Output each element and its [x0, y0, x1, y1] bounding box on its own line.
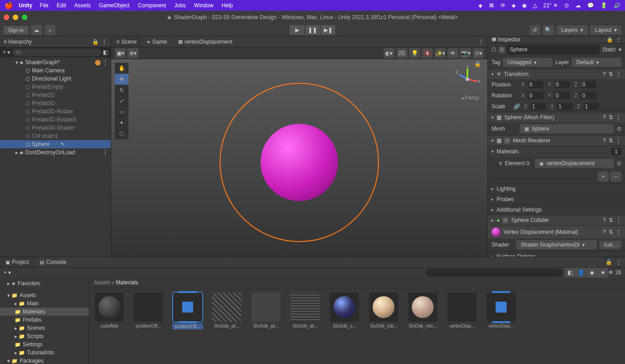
menu-icon[interactable]: ⋮	[616, 137, 621, 144]
asset-item[interactable]: cubeMat	[94, 293, 125, 329]
folder-main[interactable]: ▸ 📁 Main	[0, 299, 89, 308]
layout-dropdown[interactable]: Layout ▾	[590, 25, 621, 35]
hierarchy-item-sphere[interactable]: ⬡ Sphere↖	[0, 140, 111, 148]
draw-mode-icon[interactable]: ◐▾	[384, 48, 394, 58]
panel-menu-icon[interactable]: ⋮	[616, 259, 621, 265]
shading-mode-dropdown[interactable]: ▣▾	[115, 48, 126, 58]
tab-console[interactable]: ▤ Console	[34, 257, 72, 267]
item-menu-icon[interactable]: ⋮	[102, 149, 108, 156]
play-button[interactable]: ▶	[290, 25, 304, 35]
asset-item[interactable]: StvDdk_c...	[329, 293, 360, 329]
save-search-icon[interactable]: ◆	[586, 268, 597, 278]
add-icon[interactable]: + ▾	[3, 49, 10, 56]
add-material-button[interactable]: +	[598, 172, 609, 182]
asset-item[interactable]: StvDdk_min...	[407, 293, 438, 329]
material-field[interactable]: ◉ vertexDisplacement	[535, 159, 614, 168]
hierarchy-item-camera[interactable]: ⬡ Main Camera	[0, 66, 111, 75]
tab-game[interactable]: ▸ Game	[142, 37, 173, 47]
menu-jobs[interactable]: Jobs	[174, 2, 185, 9]
help-icon[interactable]: ?	[603, 229, 606, 235]
undo-history-icon[interactable]: ↺	[529, 25, 540, 35]
pos-z-input[interactable]	[581, 81, 596, 88]
menu-icon[interactable]: ⋮	[616, 114, 621, 121]
preset-icon[interactable]: ⇅	[609, 71, 613, 77]
status-icon[interactable]: △	[533, 2, 537, 9]
pause-button[interactable]: ❚❚	[305, 25, 320, 35]
project-search-input[interactable]	[426, 268, 563, 277]
rect-tool[interactable]: ▭	[115, 106, 128, 117]
rot-x-input[interactable]	[528, 92, 543, 99]
picker-icon[interactable]: ⊙	[617, 160, 621, 167]
search-by-type-icon[interactable]: ◧	[564, 268, 575, 278]
hierarchy-item[interactable]: ⬡ Prefab3D-Shader	[0, 124, 111, 132]
transform-tool[interactable]: ✦	[115, 117, 128, 128]
scene-root[interactable]: ▾ ◈ ShaderGraph*⬤⋮	[0, 58, 111, 66]
move-tool[interactable]: ✥	[115, 74, 128, 85]
picker-icon[interactable]: ⊙	[617, 126, 621, 132]
2d-toggle[interactable]: 2D	[396, 48, 407, 58]
help-icon[interactable]: ?	[603, 217, 606, 223]
panel-menu-icon[interactable]: ⋮	[102, 39, 107, 45]
menu-icon[interactable]: ⋮	[616, 229, 621, 235]
hierarchy-item[interactable]: ⬡ Prefab3D	[0, 99, 111, 107]
asset-item[interactable]: StvDdk_ali...	[290, 293, 321, 329]
preset-icon[interactable]: ⇅	[609, 137, 613, 144]
hierarchy-item[interactable]: ⬡ Prefab3D-RotateX	[0, 116, 111, 124]
tab-vertexdisplacement[interactable]: ▦ vertexDisplacement	[173, 37, 238, 47]
scale-x-input[interactable]	[531, 103, 546, 110]
edit-shader-button[interactable]: Edit...	[599, 241, 621, 249]
transform-header[interactable]: ▾⤧ Transform ?⇅⋮	[488, 69, 625, 79]
lock-icon[interactable]: 🔒	[92, 39, 99, 45]
scene-viewport[interactable]: ✋ ✥ ↻ ⤢ ▭ ✦ ⬡ y x z 🔒 ◂ Persp	[111, 59, 487, 257]
search-icon[interactable]: 🔍	[543, 25, 554, 35]
tab-project[interactable]: ▣ Project	[0, 257, 34, 267]
inspector-tab[interactable]: ❶ Inspector	[492, 36, 521, 43]
asset-item[interactable]: StvDdk_ali...	[251, 293, 282, 329]
item-menu-icon[interactable]: ⋮	[102, 59, 108, 66]
menu-help[interactable]: Help	[222, 2, 233, 9]
status-icon[interactable]: ☁	[575, 2, 581, 9]
sphere-object[interactable]	[261, 124, 338, 201]
panel-menu-icon[interactable]: ⋮	[478, 39, 484, 45]
material-section-header[interactable]: Vertex Displacement (Material) ?⇅⋮	[488, 225, 625, 238]
link-icon[interactable]: 🔗	[513, 103, 520, 110]
object-name-input[interactable]	[507, 45, 599, 54]
mesh-field[interactable]: ▦ Sphere	[520, 124, 614, 133]
projection-label[interactable]: ◂ Persp	[461, 95, 479, 101]
hidden-count[interactable]: 👁 26	[608, 269, 621, 276]
materials-header[interactable]: ▾Materials 1	[488, 146, 625, 157]
scale-tool[interactable]: ⤢	[115, 96, 128, 106]
remove-material-button[interactable]: −	[610, 172, 621, 182]
menu-icon[interactable]: ⋮	[616, 71, 621, 77]
camera-icon[interactable]: 📷▾	[460, 48, 471, 58]
surface-options-header[interactable]: ▸Surface Options	[488, 251, 625, 257]
apple-icon[interactable]: 🍎	[5, 1, 13, 10]
step-button[interactable]: ▶❚	[321, 25, 335, 35]
packages-folder[interactable]: ▾ 📁 Packages	[0, 357, 89, 364]
cloud-icon[interactable]: ☁	[31, 25, 42, 35]
globe-icon[interactable]: ⊕▾	[128, 48, 138, 58]
pos-x-input[interactable]	[528, 81, 543, 88]
folder-scripts[interactable]: ▸ 📁 Scripts	[0, 332, 89, 340]
menu-icon[interactable]: ⋮	[616, 217, 621, 223]
help-icon[interactable]: ?	[603, 137, 606, 144]
panel-menu-icon[interactable]: ⋮	[616, 36, 621, 43]
preset-icon[interactable]: ⇅	[609, 229, 613, 235]
hierarchy-item-light[interactable]: ⬡ Directional Light	[0, 75, 111, 83]
help-icon[interactable]: ?	[603, 71, 606, 77]
search-options-icon[interactable]: ◧	[103, 49, 108, 56]
status-icon[interactable]: ◉	[522, 2, 527, 9]
rotate-tool[interactable]: ↻	[115, 85, 128, 96]
menu-file[interactable]: File	[40, 2, 48, 9]
pos-y-input[interactable]	[554, 81, 570, 88]
folder-scenes[interactable]: ▸ 📁 Scenes	[0, 324, 89, 332]
asset-item[interactable]: vertexDisp...	[486, 293, 517, 329]
orientation-gizmo[interactable]: y x z	[454, 66, 481, 93]
fullscreen-window-button[interactable]	[22, 15, 27, 20]
lighting-toggle[interactable]: 💡	[409, 48, 420, 58]
status-icon[interactable]: ⟳	[501, 2, 505, 9]
probes-header[interactable]: ▸Probes	[488, 194, 625, 204]
visibility-toggle[interactable]: 👁	[447, 48, 458, 58]
breadcrumb-parent[interactable]: Assets	[94, 279, 110, 286]
gizmos-dropdown[interactable]: ⊙▾	[473, 48, 484, 58]
